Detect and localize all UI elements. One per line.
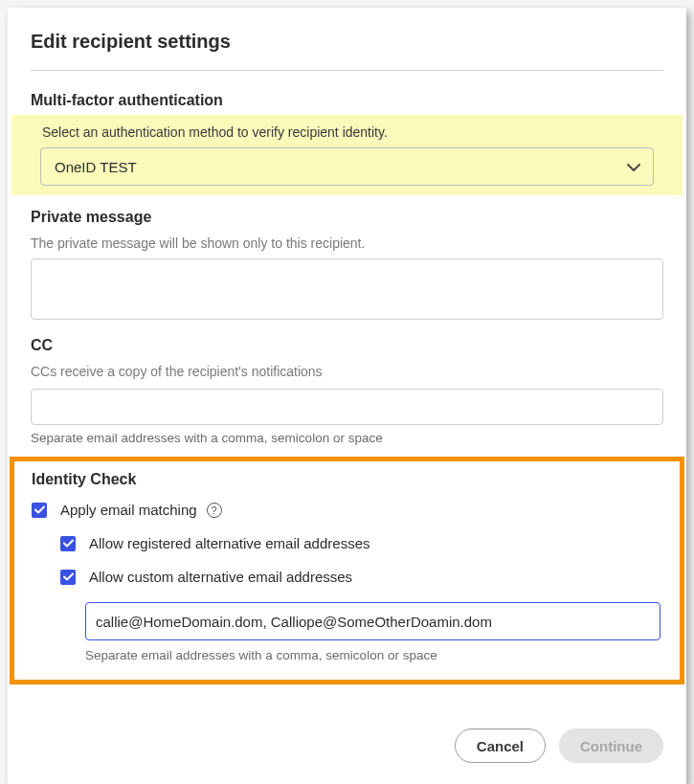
cc-input[interactable]	[31, 389, 663, 425]
dialog-title: Edit recipient settings	[8, 31, 686, 70]
cc-heading: CC	[8, 337, 686, 360]
mfa-highlight: Select an authentication method to verif…	[11, 115, 683, 195]
mfa-help-text: Select an authentication method to verif…	[21, 124, 673, 147]
identity-check-heading: Identity Check	[32, 471, 662, 488]
apply-email-matching-row: Apply email matching ?	[32, 502, 662, 518]
custom-alt-emails-input[interactable]	[85, 602, 660, 640]
allow-registered-label: Allow registered alternative email addre…	[89, 535, 369, 551]
divider	[31, 70, 663, 71]
allow-custom-checkbox[interactable]	[60, 570, 76, 585]
info-icon[interactable]: ?	[207, 503, 222, 518]
auth-method-selected: OneID TEST	[55, 159, 137, 175]
custom-alt-emails-caption: Separate email addresses with a comma, s…	[32, 640, 662, 662]
mfa-heading: Multi-factor authentication	[8, 92, 686, 115]
allow-custom-row: Allow custom alternative email addresses	[32, 569, 662, 585]
continue-button[interactable]: Continue	[559, 728, 663, 763]
apply-email-matching-label: Apply email matching	[60, 502, 197, 518]
allow-custom-label: Allow custom alternative email addresses	[89, 569, 352, 585]
allow-registered-row: Allow registered alternative email addre…	[32, 535, 662, 551]
apply-email-matching-checkbox[interactable]	[32, 503, 47, 518]
private-message-input[interactable]	[31, 258, 663, 320]
edit-recipient-dialog: Edit recipient settings Multi-factor aut…	[8, 8, 686, 784]
private-message-help: The private message will be shown only t…	[8, 232, 686, 258]
cc-caption: Separate email addresses with a comma, s…	[8, 425, 686, 445]
dialog-footer: Cancel Continue	[8, 684, 686, 763]
allow-registered-checkbox[interactable]	[60, 536, 76, 551]
cancel-button[interactable]: Cancel	[455, 728, 546, 763]
auth-method-select[interactable]: OneID TEST	[40, 147, 654, 186]
identity-check-section: Identity Check Apply email matching ? Al…	[10, 457, 684, 684]
private-message-heading: Private message	[8, 209, 686, 232]
cc-help: CCs receive a copy of the recipient's no…	[8, 360, 686, 387]
